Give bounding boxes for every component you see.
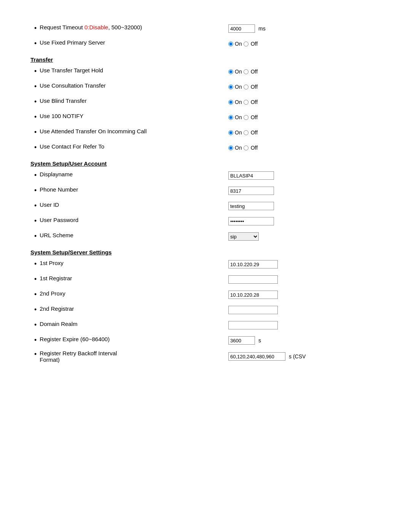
fixed-primary-toggle: On Off (228, 41, 258, 47)
transfer-item-5-on-radio[interactable] (228, 145, 233, 150)
transfer-row-3: • Use 100 NOTIFY On Off (30, 112, 381, 123)
expire-label: Register Expire (60~86400) (40, 336, 110, 342)
fixed-primary-on-radio[interactable] (228, 42, 233, 46)
proxy1-input[interactable] (228, 260, 278, 268)
transfer-item-0-toggle: On Off (228, 69, 258, 75)
transfer-item-5-label: Use Contact For Refer To (40, 143, 104, 150)
user-account-urlscheme-row: • URL Scheme sip sips tel (30, 231, 381, 242)
transfer-item-1-on-radio[interactable] (228, 85, 233, 89)
transfer-item-4-toggle: On Off (228, 129, 258, 136)
userid-label: User ID (40, 201, 59, 208)
phone-label: Phone Number (40, 186, 78, 193)
server-proxy1-row: • 1st Proxy (30, 259, 381, 270)
transfer-item-0-on-radio[interactable] (228, 69, 233, 74)
expire-unit: s (258, 337, 261, 343)
transfer-item-5-off-radio[interactable] (244, 145, 249, 150)
transfer-item-2-on-radio[interactable] (228, 100, 233, 105)
fixed-primary-on-label: On (235, 41, 242, 47)
request-timeout-hint-red: 0:Disable (84, 24, 108, 30)
transfer-row-5: • Use Contact For Refer To On Off (30, 142, 381, 153)
server-retry-row: • Register Retry Backoff IntervalFormat)… (30, 350, 381, 363)
request-timeout-label: Request Timeout 0:Disable, 500~32000) (40, 24, 142, 30)
displayname-input[interactable] (228, 171, 274, 180)
transfer-row-1: • Use Consultation Transfer On Off (30, 81, 381, 93)
user-account-password-row: • User Password (30, 216, 381, 227)
domain-label: Domain Realm (40, 321, 77, 327)
bullet-request-timeout: • (34, 24, 37, 33)
transfer-item-3-off-radio[interactable] (244, 115, 249, 120)
transfer-row-0: • Use Transfer Target Hold On Off (30, 66, 381, 77)
transfer-item-3-label: Use 100 NOTIFY (40, 113, 83, 119)
expire-input[interactable] (228, 336, 255, 345)
proxy1-label: 1st Proxy (40, 260, 64, 266)
retry-unit: s (CSV (289, 353, 306, 359)
transfer-item-1-off-radio[interactable] (244, 85, 249, 89)
retry-input[interactable] (228, 352, 285, 361)
user-account-section-title: System Setup/User Account (30, 160, 381, 167)
transfer-item-0-off-radio[interactable] (244, 69, 249, 74)
retry-label: Register Retry Backoff IntervalFormat) (40, 350, 117, 363)
fixed-primary-label: Use Fixed Primary Server (40, 39, 105, 46)
fixed-primary-off-radio[interactable] (244, 42, 249, 46)
bullet-fixed-primary: • (34, 39, 37, 48)
phone-input[interactable] (228, 187, 274, 195)
fixed-primary-off-label: Off (251, 41, 258, 47)
urlscheme-label: URL Scheme (40, 232, 73, 238)
transfer-item-2-toggle: On Off (228, 99, 258, 105)
displayname-label: Displayname (40, 171, 73, 177)
request-timeout-input[interactable] (228, 24, 255, 33)
transfer-row-2: • Use Blind Transfer On Off (30, 96, 381, 108)
urlscheme-select[interactable]: sip sips tel (228, 232, 259, 241)
domain-input[interactable] (228, 321, 278, 329)
registrar1-input[interactable] (228, 275, 278, 284)
user-account-userid-row: • User ID (30, 200, 381, 212)
registrar2-label: 2nd Registrar (40, 305, 74, 312)
server-registrar1-row: • 1st Registrar (30, 274, 381, 285)
transfer-item-3-toggle: On Off (228, 114, 258, 120)
transfer-item-2-label: Use Blind Transfer (40, 97, 86, 104)
proxy2-input[interactable] (228, 291, 278, 299)
userid-input[interactable] (228, 202, 274, 210)
registrar1-label: 1st Registrar (40, 275, 72, 281)
transfer-item-3-on-radio[interactable] (228, 115, 233, 120)
transfer-item-2-off-radio[interactable] (244, 100, 249, 105)
server-expire-row: • Register Expire (60~86400) s (30, 335, 381, 346)
transfer-item-4-off-radio[interactable] (244, 130, 249, 135)
transfer-item-1-toggle: On Off (228, 84, 258, 90)
server-domain-row: • Domain Realm (30, 320, 381, 331)
user-account-displayname-row: • Displayname (30, 170, 381, 181)
transfer-section-title: Transfer (30, 56, 381, 63)
password-label: User Password (40, 217, 78, 223)
server-proxy2-row: • 2nd Proxy (30, 289, 381, 300)
server-registrar2-row: • 2nd Registrar (30, 304, 381, 316)
proxy2-label: 2nd Proxy (40, 290, 65, 297)
transfer-item-4-label: Use Attended Transfer On Incomming Call (40, 128, 147, 134)
transfer-row-4: • Use Attended Transfer On Incomming Cal… (30, 127, 381, 138)
transfer-item-5-toggle: On Off (228, 145, 258, 151)
transfer-item-4-on-radio[interactable] (228, 130, 233, 135)
server-section-title: System Setup/Server Settings (30, 249, 381, 256)
password-input[interactable] (228, 217, 274, 225)
registrar2-input[interactable] (228, 306, 278, 314)
request-timeout-unit: ms (258, 26, 266, 32)
transfer-item-1-label: Use Consultation Transfer (40, 82, 105, 89)
transfer-item-0-label: Use Transfer Target Hold (40, 67, 103, 73)
user-account-phone-row: • Phone Number (30, 185, 381, 197)
